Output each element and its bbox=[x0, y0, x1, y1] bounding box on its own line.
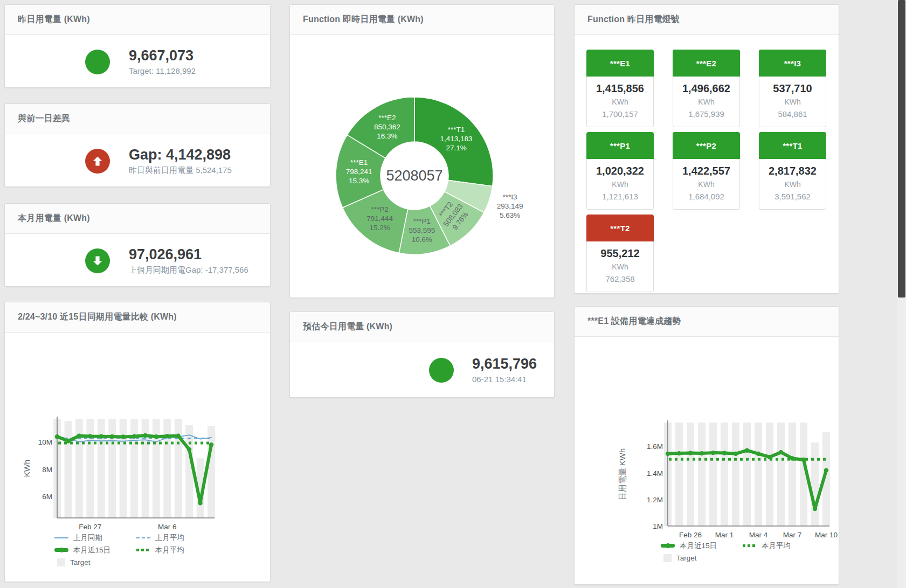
data-point[interactable] bbox=[677, 451, 681, 455]
data-point[interactable] bbox=[700, 451, 704, 455]
data-point[interactable] bbox=[711, 451, 715, 455]
data-point[interactable] bbox=[734, 452, 738, 456]
data-point[interactable] bbox=[154, 434, 158, 439]
target-bar bbox=[743, 423, 751, 526]
svg-text:***P2: ***P2 bbox=[371, 205, 388, 213]
target-bar bbox=[108, 419, 116, 518]
data-point[interactable] bbox=[187, 447, 191, 452]
target-bar bbox=[687, 423, 694, 526]
legend-item[interactable]: 本月平均 bbox=[743, 539, 825, 552]
data-point[interactable] bbox=[824, 468, 828, 472]
device-tile[interactable]: ***I3537,710KWh584,861 bbox=[759, 50, 826, 127]
legend-swatch-thick-icon bbox=[54, 548, 68, 552]
device-usage-value: 1,422,557 bbox=[674, 164, 738, 178]
y-axis-tick: 1.4M bbox=[647, 469, 663, 478]
x-axis-tick: Mar 6 bbox=[158, 523, 177, 531]
e1-trend-line-chart[interactable]: 1M1.2M1.4M1.6MFeb 26Mar 1Mar 4Mar 7Mar 1… bbox=[607, 385, 839, 549]
panel-header: Function 即時日用電量 (KWh) bbox=[290, 5, 554, 35]
device-target-value: 762,358 bbox=[588, 273, 652, 285]
device-tile[interactable]: ***T2955,212KWh762,358 bbox=[586, 215, 654, 292]
comparison-line-chart[interactable]: 6M8M10MFeb 27Mar 6KWh bbox=[16, 378, 264, 539]
device-tile[interactable]: ***P11,020,322KWh1,121,613 bbox=[586, 132, 654, 210]
data-point[interactable] bbox=[688, 451, 693, 455]
device-tile-header: ***E2 bbox=[673, 50, 740, 77]
data-point[interactable] bbox=[110, 434, 114, 439]
data-point[interactable] bbox=[756, 452, 760, 456]
target-bar bbox=[86, 419, 94, 518]
legend-item[interactable]: 上月同期 bbox=[54, 531, 136, 544]
target-bar bbox=[65, 421, 72, 518]
device-usage-value: 1,496,662 bbox=[674, 81, 738, 96]
data-point[interactable] bbox=[132, 434, 136, 438]
status-circle-icon bbox=[429, 358, 454, 383]
panel-title: 昨日用電量 (KWh) bbox=[18, 14, 90, 25]
panel-title: Function 即時日用電量 (KWh) bbox=[303, 14, 424, 25]
chart_b-svg: 1M1.2M1.4M1.6MFeb 26Mar 1Mar 4Mar 7Mar 1… bbox=[607, 385, 839, 549]
data-point[interactable] bbox=[779, 450, 783, 454]
realtime-usage-donut-chart[interactable]: ***T11,413,18327.1%***I3293,1495.63%***T… bbox=[290, 34, 555, 298]
legend-item[interactable]: 本月平均 bbox=[136, 544, 218, 556]
device-usage-value: 537,710 bbox=[760, 81, 825, 96]
data-point[interactable] bbox=[209, 442, 213, 447]
legend-item[interactable]: 上月平均 bbox=[136, 531, 218, 544]
legend-label: 上月同期 bbox=[73, 533, 102, 543]
data-point[interactable] bbox=[790, 456, 794, 460]
legend-item[interactable]: 本月近15日 bbox=[661, 539, 743, 552]
target-bar bbox=[208, 426, 215, 518]
data-point[interactable] bbox=[88, 434, 92, 438]
chart-legend: 上月同期上月平均本月近15日本月平均Target bbox=[54, 531, 232, 569]
device-tile-header: ***T2 bbox=[586, 215, 654, 241]
device-tile[interactable]: ***E21,496,662KWh1,675,939 bbox=[673, 50, 740, 127]
data-point[interactable] bbox=[143, 433, 147, 438]
scrollbar[interactable] bbox=[897, 0, 906, 588]
legend-swatch-dots-icon bbox=[743, 544, 757, 547]
device-target-value: 1,700,157 bbox=[588, 108, 652, 120]
data-point[interactable] bbox=[745, 448, 749, 452]
panel-today-estimate: 預估今日用電量 (KWh) 9,615,796 06-21 15:34:41 bbox=[289, 312, 555, 398]
data-point[interactable] bbox=[666, 452, 670, 456]
device-tile-grid: ***E11,415,856KWh1,700,157***E21,496,662… bbox=[575, 35, 839, 292]
y-axis-title: 日用電量 KWh bbox=[618, 448, 627, 501]
legend-item[interactable]: 本月近15日 bbox=[54, 544, 136, 556]
device-usage-unit: KWh bbox=[588, 96, 652, 108]
data-point[interactable] bbox=[77, 433, 81, 438]
device-tile[interactable]: ***E11,415,856KWh1,700,157 bbox=[586, 50, 654, 127]
y-axis-tick: 1.6M bbox=[647, 442, 663, 451]
device-usage-value: 1,020,322 bbox=[588, 164, 652, 178]
data-point[interactable] bbox=[55, 434, 59, 439]
data-point[interactable] bbox=[813, 507, 817, 511]
panel-title: 與前一日差異 bbox=[18, 113, 70, 124]
legend-swatch-dots-icon bbox=[136, 549, 150, 551]
device-usage-value: 1,415,856 bbox=[588, 81, 652, 96]
kpi-value: 97,026,961 bbox=[129, 246, 248, 263]
device-target-value: 3,591,562 bbox=[760, 190, 825, 203]
panel-header: 2/24~3/10 近15日同期用電量比較 (KWh) bbox=[5, 302, 270, 333]
legend-item[interactable]: Target bbox=[54, 556, 136, 569]
panel-e1-trend-chart: ***E1 設備用電達成趨勢 1M1.2M1.4M1.6MFeb 26Mar 1… bbox=[574, 306, 839, 585]
data-point[interactable] bbox=[722, 451, 727, 455]
data-point[interactable] bbox=[66, 439, 70, 443]
data-point[interactable] bbox=[121, 434, 125, 439]
panel-header: 昨日用電量 (KWh) bbox=[5, 5, 270, 35]
legend-swatch-line-icon bbox=[54, 537, 68, 538]
data-point[interactable] bbox=[198, 501, 202, 505]
panel-header: Function 昨日用電燈號 bbox=[575, 5, 839, 35]
legend-label: 本月平均 bbox=[155, 545, 184, 555]
device-tile-header: ***I3 bbox=[759, 50, 826, 77]
legend-swatch-square-icon bbox=[57, 558, 65, 566]
data-point[interactable] bbox=[99, 434, 103, 438]
svg-text:293,149: 293,149 bbox=[497, 202, 523, 210]
data-point[interactable] bbox=[767, 455, 772, 459]
target-bar bbox=[755, 423, 762, 526]
x-axis-tick: Mar 10 bbox=[815, 531, 838, 539]
data-point[interactable] bbox=[801, 458, 806, 462]
scrollbar-thumb[interactable] bbox=[898, 0, 905, 298]
device-tile[interactable]: ***P21,422,557KWh1,684,092 bbox=[673, 132, 740, 210]
data-point[interactable] bbox=[165, 434, 169, 438]
panel-yesterday-lights: Function 昨日用電燈號 ***E11,415,856KWh1,700,1… bbox=[574, 4, 839, 294]
device-target-value: 584,861 bbox=[760, 108, 825, 120]
device-tile[interactable]: ***T12,817,832KWh3,591,562 bbox=[759, 132, 826, 210]
data-point[interactable] bbox=[176, 433, 181, 438]
svg-text:5.63%: 5.63% bbox=[500, 211, 520, 219]
legend-item[interactable]: Target bbox=[661, 552, 743, 564]
